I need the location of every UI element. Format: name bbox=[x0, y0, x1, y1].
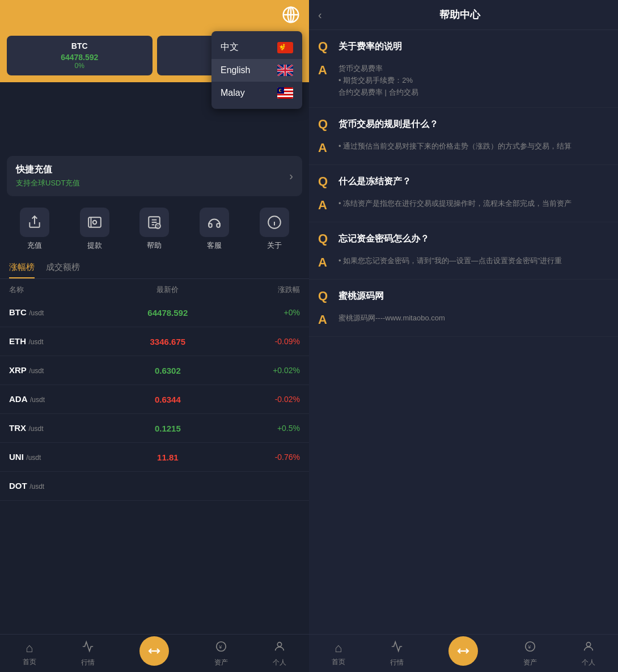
help-label: 帮助 bbox=[147, 240, 162, 251]
faq-q-text: 什么是冻结资产？ bbox=[338, 176, 411, 188]
nav-home-label: 首页 bbox=[332, 657, 345, 667]
faq-answer-1: A 货币交易费率• 期货交易手续费：2%合约交易费率 | 合约交易 bbox=[309, 61, 618, 107]
svg-text:¥: ¥ bbox=[527, 644, 531, 650]
svg-point-34 bbox=[587, 643, 591, 646]
right-panel: ‹ 帮助中心 Q 关于费率的说明 A 货币交易费率• 期货交易手续费：2%合约交… bbox=[309, 0, 618, 672]
svg-point-16 bbox=[92, 221, 96, 225]
faq-item-3[interactable]: Q 什么是冻结资产？ A • 冻结资产是指您在进行交易或提现操作时，流程未全部完… bbox=[309, 165, 618, 222]
assets-icon: ¥ bbox=[524, 640, 536, 656]
action-support[interactable]: 客服 bbox=[200, 208, 229, 251]
coin-change: -0.09% bbox=[221, 337, 300, 346]
faq-list: Q 关于费率的说明 A 货币交易费率• 期货交易手续费：2%合约交易费率 | 合… bbox=[309, 30, 618, 634]
lang-chinese[interactable]: 中文 ★ ★ ★ ★ ★ bbox=[211, 36, 302, 59]
table-row[interactable]: TRX /usdt 0.1215 +0.5% bbox=[0, 414, 309, 443]
coin-change: +0% bbox=[221, 308, 300, 317]
market-tabs: 涨幅榜 成交额榜 bbox=[0, 257, 309, 279]
faq-item-1[interactable]: Q 关于费率的说明 A 货币交易费率• 期货交易手续费：2%合约交易费率 | 合… bbox=[309, 30, 618, 108]
nav-market-label: 行情 bbox=[390, 658, 404, 667]
faq-item-5[interactable]: Q 蜜桃源码网 A 蜜桃源码网----www.mitaobo.com bbox=[309, 280, 618, 337]
action-deposit[interactable]: 充值 bbox=[20, 208, 49, 251]
btc-change: 0% bbox=[15, 62, 145, 70]
faq-question-4: Q 忘记资金密码怎么办？ bbox=[309, 222, 618, 253]
lang-malay-label: Malay bbox=[221, 88, 245, 98]
faq-question-3: Q 什么是冻结资产？ bbox=[309, 165, 618, 196]
svg-text:?: ? bbox=[156, 224, 159, 229]
table-row[interactable]: UNI /usdt 11.81 -0.76% bbox=[0, 443, 309, 472]
right-nav-market[interactable]: 行情 bbox=[390, 640, 404, 667]
nav-home[interactable]: ⌂ 首页 bbox=[23, 641, 36, 667]
coin-pair: /usdt bbox=[26, 454, 41, 462]
q-label: Q bbox=[318, 289, 332, 303]
support-icon bbox=[200, 208, 229, 237]
a-label: A bbox=[318, 255, 332, 270]
coin-symbol: XRP bbox=[9, 365, 27, 375]
nav-profile-label: 个人 bbox=[582, 658, 595, 667]
home-icon: ⌂ bbox=[26, 641, 33, 656]
action-withdraw[interactable]: 提款 bbox=[80, 208, 109, 251]
coin-price: 3346.675 bbox=[115, 337, 221, 346]
about-label: 关于 bbox=[267, 240, 282, 251]
faq-a-text: 蜜桃源码网----www.mitaobo.com bbox=[338, 312, 445, 324]
faq-q-text: 蜜桃源码网 bbox=[338, 290, 384, 302]
faq-q-text: 忘记资金密码怎么办？ bbox=[338, 233, 429, 245]
a-label: A bbox=[318, 141, 332, 155]
coin-change: +0.5% bbox=[221, 424, 300, 433]
market-table-header: 名称 最新价 涨跌幅 bbox=[0, 281, 309, 298]
table-row[interactable]: DOT /usdt bbox=[0, 472, 309, 501]
lang-malay[interactable]: Malay bbox=[211, 82, 302, 104]
nav-profile[interactable]: 个人 bbox=[273, 640, 286, 667]
a-label: A bbox=[318, 312, 332, 327]
faq-question-1: Q 关于费率的说明 bbox=[309, 30, 618, 61]
nav-market-label: 行情 bbox=[81, 658, 95, 667]
quick-deposit-title: 快捷充值 bbox=[16, 164, 80, 176]
faq-item-4[interactable]: Q 忘记资金密码怎么办？ A • 如果您忘记资金密码，请到"我的—设置—点击设置… bbox=[309, 222, 618, 280]
left-panel: BTC 64478.592 0% ETH 3346.675 -0.09% 中文 … bbox=[0, 0, 309, 672]
withdraw-icon bbox=[80, 208, 109, 237]
back-button[interactable]: ‹ bbox=[318, 9, 322, 22]
faq-item-2[interactable]: Q 货币交易的规则是什么？ A • 通过预估当前交易对接下来的价格走势（涨跌）的… bbox=[309, 108, 618, 165]
quick-deposit[interactable]: 快捷充值 支持全球USDT充值 › bbox=[7, 156, 302, 196]
nav-profile-label: 个人 bbox=[273, 658, 286, 667]
tab-volume[interactable]: 成交额榜 bbox=[46, 257, 80, 278]
faq-a-text: • 如果您忘记资金密码，请到"我的—设置—点击设置资金密码"进行重 bbox=[338, 255, 562, 267]
lang-english[interactable]: English bbox=[211, 59, 302, 82]
support-label: 客服 bbox=[207, 240, 222, 251]
right-bottom-nav: ⌂ 首页 行情 ¥ 资产 bbox=[309, 634, 618, 672]
nav-assets[interactable]: ¥ 资产 bbox=[214, 640, 228, 667]
language-dropdown: 中文 ★ ★ ★ ★ ★ English bbox=[211, 31, 302, 109]
coin-price: 64478.592 bbox=[115, 308, 221, 318]
coin-price: 11.81 bbox=[115, 453, 221, 462]
right-nav-home[interactable]: ⌂ 首页 bbox=[332, 641, 345, 667]
nav-trade-button[interactable] bbox=[139, 636, 169, 666]
globe-icon[interactable] bbox=[282, 6, 300, 26]
home-icon: ⌂ bbox=[335, 641, 342, 656]
q-label: Q bbox=[318, 231, 332, 246]
tab-gainers[interactable]: 涨幅榜 bbox=[9, 257, 35, 278]
cn-flag-icon: ★ ★ ★ ★ ★ bbox=[277, 42, 293, 53]
table-row[interactable]: BTC /usdt 64478.592 +0% bbox=[0, 298, 309, 327]
table-row[interactable]: ADA /usdt 0.6344 -0.02% bbox=[0, 385, 309, 414]
btc-ticker[interactable]: BTC 64478.592 0% bbox=[7, 36, 153, 75]
quick-deposit-arrow: › bbox=[289, 170, 293, 183]
faq-a-text: • 冻结资产是指您在进行交易或提现操作时，流程未全部完成，当前资产 bbox=[338, 198, 572, 210]
action-about[interactable]: 关于 bbox=[260, 208, 289, 251]
faq-answer-4: A • 如果您忘记资金密码，请到"我的—设置—点击设置资金密码"进行重 bbox=[309, 253, 618, 279]
table-row[interactable]: XRP /usdt 0.6302 +0.02% bbox=[0, 356, 309, 385]
uk-flag-icon bbox=[277, 65, 293, 76]
nav-assets-label: 资产 bbox=[523, 658, 537, 667]
q-label: Q bbox=[318, 39, 332, 54]
action-row: 充值 提款 ? bbox=[0, 201, 309, 257]
right-nav-profile[interactable]: 个人 bbox=[582, 640, 595, 667]
right-nav-assets[interactable]: ¥ 资产 bbox=[523, 640, 537, 667]
coin-symbol: BTC bbox=[9, 307, 27, 317]
coin-pair: /usdt bbox=[29, 367, 44, 375]
action-help[interactable]: ? 帮助 bbox=[139, 208, 169, 251]
nav-assets-label: 资产 bbox=[214, 658, 228, 667]
table-row[interactable]: ETH /usdt 3346.675 -0.09% bbox=[0, 327, 309, 356]
right-nav-trade-button[interactable] bbox=[448, 636, 478, 666]
help-header: ‹ 帮助中心 bbox=[309, 0, 618, 30]
nav-market[interactable]: 行情 bbox=[81, 640, 95, 667]
my-flag-icon bbox=[277, 87, 293, 99]
coin-symbol: DOT bbox=[9, 481, 27, 491]
header-price: 最新价 bbox=[115, 285, 221, 295]
